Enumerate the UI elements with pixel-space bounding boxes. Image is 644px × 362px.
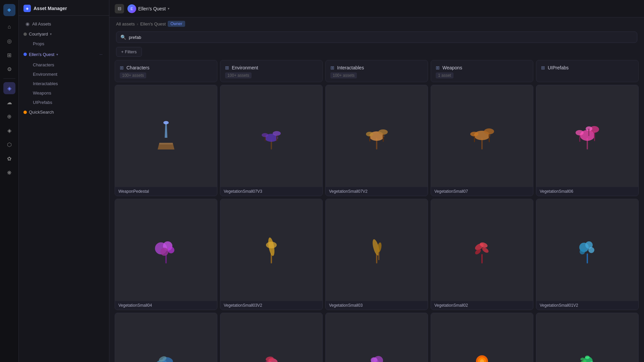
breadcrumb-project[interactable]: Ellen's Quest (140, 21, 166, 26)
asset-card-switch[interactable]: Switch (431, 313, 533, 362)
category-characters-count: 100+ assets (120, 72, 146, 78)
quicksearch-dot (23, 111, 27, 114)
asset-label-vegsmall07v2: VegetationSmall07V2 (326, 187, 428, 196)
breadcrumb-owner-badge[interactable]: Owner (168, 21, 185, 27)
category-card-uiprefabs[interactable]: ⊞ UIPrefabs (536, 60, 639, 82)
category-card-characters[interactable]: ⊞ Characters 100+ assets (115, 60, 217, 82)
asset-card-vegmedium02[interactable]: VegetationMedium02 (220, 313, 323, 362)
courtyard-children: Props (19, 39, 109, 48)
ellens-quest-more[interactable]: ··· (98, 51, 104, 58)
hex-icon[interactable]: ⬡ (3, 138, 15, 150)
svg-point-78 (585, 356, 590, 359)
asset-thumb-vegsmall01v2 (536, 199, 638, 301)
svg-point-37 (266, 242, 277, 248)
svg-point-21 (470, 132, 478, 136)
package-icon[interactable]: ◈ (3, 124, 15, 136)
category-weapons-title: Weapons (442, 65, 462, 70)
asset-label-weaponpedestal: WeaponPedestal (115, 187, 217, 196)
flower-icon[interactable]: ✿ (3, 153, 15, 165)
home-icon[interactable]: ⌂ (3, 21, 15, 33)
sidebar-item-ellens-quest[interactable]: Ellen's Quest ▾ ··· (19, 49, 109, 60)
breadcrumb-all-assets[interactable]: All assets (116, 21, 135, 26)
category-card-uiprefabs-header: ⊞ UIPrefabs (541, 65, 634, 70)
svg-point-50 (588, 247, 594, 253)
svg-point-51 (580, 249, 585, 254)
asset-thumb-vegmedium01 (326, 313, 428, 362)
all-assets-label: All Assets (32, 21, 51, 26)
star-icon[interactable]: ❋ (3, 167, 15, 179)
scene-icon[interactable]: ◎ (3, 35, 15, 47)
courtyard-chevron: ▾ (50, 32, 52, 36)
project-selector[interactable]: E Ellen's Quest ▾ (127, 4, 169, 13)
sidebar-title: Asset Manager (34, 6, 67, 11)
svg-rect-47 (587, 253, 588, 263)
svg-rect-29 (588, 129, 589, 136)
sidebar-item-weapons[interactable]: Weapons (23, 88, 107, 98)
sidebar-item-all-assets[interactable]: ◉ All Assets (21, 19, 107, 29)
category-environment-count: 100+ assets (225, 72, 252, 78)
asset-label-vegsmall03v2: VegetationSmall03V2 (220, 301, 322, 310)
svg-point-9 (262, 133, 268, 137)
svg-rect-40 (378, 252, 379, 260)
asset-card-vegsmall07[interactable]: VegetationSmall07 (431, 85, 533, 196)
sidebar-item-courtyard[interactable]: Courtyard ▾ (19, 29, 109, 39)
asset-card-vegmedium03[interactable]: VegetationMedium03 (115, 313, 217, 362)
settings-icon[interactable]: ⚙ (3, 63, 15, 75)
project-name: Ellen's Quest (138, 6, 166, 11)
category-uiprefabs-title: UIPrefabs (548, 65, 569, 70)
asset-card-vegsmall01v2[interactable]: VegetationSmall01V2 (536, 199, 639, 310)
props-label: Props (33, 41, 44, 46)
ellens-quest-label: Ellen's Quest (29, 52, 54, 57)
asset-card-vegsmall02[interactable]: VegetationSmall02 (431, 199, 533, 310)
svg-point-34 (168, 247, 174, 253)
environment-label: Environment (33, 72, 57, 77)
topbar: ⊟ E Ellen's Quest ▾ (109, 0, 644, 17)
category-card-interactables[interactable]: ⊞ Interactables 100+ assets (325, 60, 428, 82)
asset-grid-container: ⊞ Characters 100+ assets ⊞ Environment 1… (109, 60, 644, 362)
asset-card-vegmedium01[interactable]: VegetationMedium01 (325, 313, 428, 362)
sidebar-nav: ◉ All Assets Courtyard ▾ Props Ellen's Q… (19, 16, 109, 120)
asset-card-weaponpedestal[interactable]: WeaponPedestal (115, 85, 217, 196)
asset-label-vegsmall02: VegetationSmall02 (431, 301, 533, 310)
sidebar-item-characters[interactable]: Characters (23, 60, 107, 69)
asset-card-vegsmall06[interactable]: VegetationSmall06 (536, 85, 639, 196)
asset-thumb-vegsmall07 (431, 85, 533, 187)
sidebar-item-quicksearch[interactable]: QuickSearch (19, 107, 109, 117)
category-weapons-count: 1 asset (436, 72, 453, 78)
asset-card-spitterragdoll[interactable]: SpitterRagdoll (536, 313, 639, 362)
sidebar-header: ◈ Asset Manager (19, 0, 109, 16)
svg-point-19 (484, 128, 494, 134)
ellens-quest-actions: ··· (98, 51, 104, 58)
asset-card-vegsmall03v2[interactable]: VegetationSmall03V2 (220, 199, 323, 310)
logo-icon[interactable]: ❖ (3, 4, 15, 16)
breadcrumb-sep-1: › (137, 21, 138, 26)
main-area: All assets › Ellen's Quest Owner 🔍 + Fil… (109, 17, 644, 362)
sidebar-item-environment[interactable]: Environment (23, 70, 107, 79)
asset-card-vegsmall03[interactable]: VegetationSmall03 (325, 199, 428, 310)
cloud-icon[interactable]: ☁ (3, 96, 15, 108)
asset-thumb-vegsmall06 (536, 85, 638, 187)
asset-manager-icon[interactable]: ◈ (3, 82, 15, 94)
filters-button[interactable]: + Filters (116, 47, 142, 57)
add-icon[interactable]: ⊕ (3, 110, 15, 122)
weapons-category-icon: ⊞ (436, 65, 440, 70)
sidebar-item-interactables[interactable]: Interactables (23, 79, 107, 88)
layout-toggle[interactable]: ⊟ (115, 4, 124, 13)
sidebar-item-props[interactable]: Props (23, 39, 107, 48)
asset-card-vegsmall07v2[interactable]: VegetationSmall07V2 (325, 85, 428, 196)
weapons-label: Weapons (33, 90, 51, 96)
sidebar-item-uiprefabs[interactable]: UIPrefabs (23, 98, 107, 107)
category-card-environment[interactable]: ⊞ Environment 100+ assets (220, 60, 323, 82)
courtyard-dot (23, 33, 27, 36)
search-input[interactable] (129, 35, 633, 40)
asset-thumb-vegsmall07v3 (220, 85, 322, 187)
category-interactables-title: Interactables (337, 65, 364, 70)
grid-icon[interactable]: ⊞ (3, 49, 15, 61)
svg-point-15 (366, 132, 373, 136)
category-card-weapons-header: ⊞ Weapons (436, 65, 528, 70)
svg-rect-26 (579, 134, 580, 142)
asset-card-vegsmall07v3[interactable]: VegetationSmall07V3 (220, 85, 323, 196)
category-card-weapons[interactable]: ⊞ Weapons 1 asset (431, 60, 533, 82)
asset-label-vegsmall06: VegetationSmall06 (536, 187, 638, 196)
asset-card-vegsmall04[interactable]: VegetationSmall04 (115, 199, 217, 310)
